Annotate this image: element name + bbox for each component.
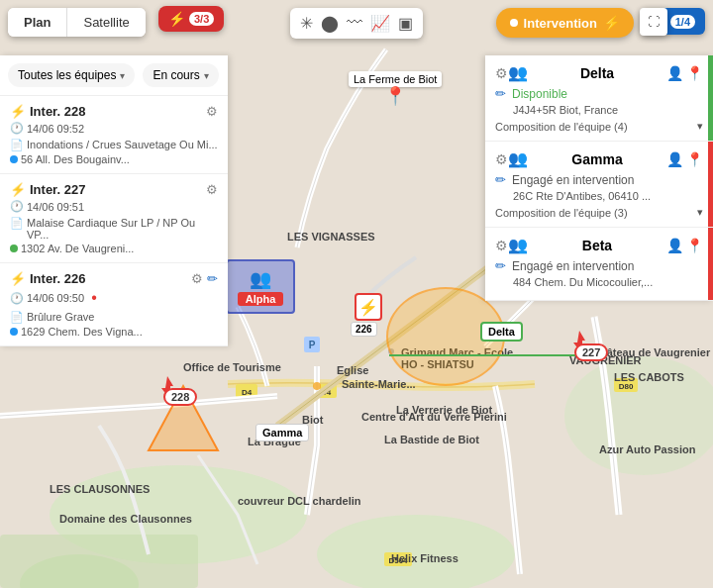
pencil-icon-gamma[interactable]: ✏ xyxy=(495,172,506,187)
team-composition-delta[interactable]: Composition de l'équipe (4) ▾ xyxy=(495,120,703,133)
incident-title-inc-226: Inter. 226 xyxy=(30,271,85,286)
location-icon-beta[interactable]: 📍 xyxy=(686,238,703,253)
svg-point-17 xyxy=(388,348,394,354)
person-add-icon-delta[interactable]: 👤 xyxy=(666,65,683,81)
tool-square[interactable]: ▣ xyxy=(398,14,413,33)
team-color-bar-delta xyxy=(708,55,713,141)
team-color-bar-gamma xyxy=(708,142,713,227)
settings-icon-team-gamma[interactable]: ⚙ xyxy=(495,151,508,167)
location-icon-delta[interactable]: 📍 xyxy=(686,65,703,81)
team-name-gamma: Gamma xyxy=(528,151,666,167)
person-add-icon-gamma[interactable]: 👤 xyxy=(666,151,683,167)
incident-date-inc-228: 14/06 09:52 xyxy=(27,123,84,135)
lightning-icon-inc-228: ⚡ xyxy=(10,104,26,119)
incident-date-inc-227: 14/06 09:51 xyxy=(27,201,84,213)
right-panel: ⚙ 👥 Delta 👤 📍 ✏ Disponible J4J4+5R Biot,… xyxy=(485,55,713,301)
expand-button[interactable]: ⛶ xyxy=(640,8,667,36)
clock-icon-inc-226: 🕐 xyxy=(10,292,24,305)
incident-desc-inc-226: Brûlure Grave xyxy=(27,311,94,323)
settings-icon-inc-227[interactable]: ⚙ xyxy=(206,182,218,197)
incident-addr-inc-227: 1302 Av. De Vaugreni... xyxy=(21,243,134,254)
team-status-gamma: Engagé en intervention xyxy=(512,173,634,187)
map-tools-bar: ✳ ⬤ 〰 📈 ▣ xyxy=(290,8,423,39)
tool-circle[interactable]: ⬤ xyxy=(321,14,339,33)
team-card-gamma: ⚙ 👥 Gamma 👤 📍 ✏ Engagé en intervention 2… xyxy=(485,142,713,228)
incident-addr-inc-228: 56 All. Des Bougainv... xyxy=(21,153,130,165)
team-badge-count: 1/4 xyxy=(670,15,695,29)
team-location-gamma: 26C Rte D'Antibes, 06410 ... xyxy=(513,190,703,202)
teams-container: ⚙ 👥 Delta 👤 📍 ✏ Disponible J4J4+5R Biot,… xyxy=(485,55,713,301)
filter-bar: Toutes les équipes ▾ En cours ▾ xyxy=(0,55,228,96)
team-composition-chevron-gamma: ▾ xyxy=(697,206,703,219)
doc-icon-inc-226: 📄 xyxy=(10,311,24,324)
intervention-button[interactable]: Intervention ⚡ xyxy=(496,8,634,38)
teams-filter-button[interactable]: Toutes les équipes ▾ xyxy=(8,63,135,87)
location-icon-gamma[interactable]: 📍 xyxy=(686,151,703,167)
team-people-icon-gamma: 👥 xyxy=(508,149,528,168)
incident-desc-inc-227: Malaise Cardiaque Sur LP / NP Ou VP... xyxy=(27,217,218,241)
lightning-icon-inc-226: ⚡ xyxy=(10,271,26,286)
team-name-beta: Beta xyxy=(528,238,666,253)
intervention-lightning-icon: ⚡ xyxy=(603,15,620,31)
lightning-icon-inc-227: ⚡ xyxy=(10,182,26,197)
team-location-delta: J4J4+5R Biot, France xyxy=(513,104,703,116)
doc-icon-inc-228: 📄 xyxy=(10,139,24,151)
dot-indicator-inc-226 xyxy=(10,328,18,336)
settings-icon-inc-228[interactable]: ⚙ xyxy=(206,104,218,119)
teams-filter-label: Toutes les équipes xyxy=(18,68,116,82)
person-add-icon-beta[interactable]: 👤 xyxy=(666,238,683,253)
incident-date-inc-226: 14/06 09:50 xyxy=(27,292,84,304)
settings-icon-inc-226[interactable]: ⚙ xyxy=(191,271,203,286)
team-card-delta: ⚙ 👥 Delta 👤 📍 ✏ Disponible J4J4+5R Biot,… xyxy=(485,55,713,142)
edit-icon-inc-226[interactable]: ✏ xyxy=(207,271,218,286)
clock-icon-inc-227: 🕐 xyxy=(10,200,24,213)
intervention-dot xyxy=(510,19,518,27)
map-type-buttons: Plan Satellite xyxy=(8,8,146,37)
doc-icon-inc-227: 📄 xyxy=(10,217,24,230)
satellite-button[interactable]: Satellite xyxy=(66,8,145,37)
incident-card-inc-228[interactable]: ⚡ Inter. 228 ⚙ 🕐 14/06 09:52 📄 Inondatio… xyxy=(0,96,228,174)
clock-icon-inc-228: 🕐 xyxy=(10,122,24,135)
tool-chart[interactable]: 📈 xyxy=(370,14,390,33)
status-filter-chevron: ▾ xyxy=(204,70,209,81)
svg-point-16 xyxy=(313,382,321,390)
incident-card-inc-227[interactable]: ⚡ Inter. 227 ⚙ 🕐 14/06 09:51 📄 Malaise C… xyxy=(0,174,228,263)
team-card-beta: ⚙ 👥 Beta 👤 📍 ✏ Engagé en intervention 48… xyxy=(485,228,713,301)
plan-button[interactable]: Plan xyxy=(8,8,66,37)
lightning-icon: ⚡ xyxy=(168,11,185,27)
lightning-count: 3/3 xyxy=(189,12,214,26)
team-composition-chevron-delta: ▾ xyxy=(697,120,703,133)
team-status-beta: Engagé en intervention xyxy=(512,259,634,273)
incident-title-inc-228: Inter. 228 xyxy=(30,104,85,119)
incidents-container: ⚡ Inter. 228 ⚙ 🕐 14/06 09:52 📄 Inondatio… xyxy=(0,96,228,346)
incident-card-inc-226[interactable]: ⚡ Inter. 226 ⚙ ✏ 🕐 14/06 09:50 • 📄 Brûlu… xyxy=(0,263,228,346)
settings-icon-team-delta[interactable]: ⚙ xyxy=(495,65,508,81)
team-people-icon-beta: 👥 xyxy=(508,236,528,254)
pencil-icon-beta[interactable]: ✏ xyxy=(495,258,506,273)
incident-title-inc-227: Inter. 227 xyxy=(30,182,85,197)
teams-filter-chevron: ▾ xyxy=(120,70,125,81)
intervention-label: Intervention xyxy=(524,16,597,31)
team-color-bar-beta xyxy=(708,228,713,300)
team-composition-label-delta: Composition de l'équipe (4) xyxy=(495,121,628,133)
tool-asterisk[interactable]: ✳ xyxy=(300,14,313,33)
svg-text:D80: D80 xyxy=(619,382,634,391)
tool-wave[interactable]: 〰 xyxy=(347,14,362,33)
incident-desc-inc-228: Inondations / Crues Sauvetage Ou Mi... xyxy=(27,139,218,150)
team-composition-gamma[interactable]: Composition de l'équipe (3) ▾ xyxy=(495,206,703,219)
pencil-icon-delta[interactable]: ✏ xyxy=(495,86,506,101)
team-people-icon-delta: 👥 xyxy=(508,63,528,82)
status-filter-label: En cours xyxy=(153,68,199,82)
dot-indicator-inc-228 xyxy=(10,155,18,163)
settings-icon-team-beta[interactable]: ⚙ xyxy=(495,238,508,253)
status-filter-button[interactable]: En cours ▾ xyxy=(143,63,218,87)
svg-text:P: P xyxy=(309,340,316,350)
team-location-beta: 484 Chem. Du Micocoulier,... xyxy=(513,276,703,288)
team-status-delta: Disponible xyxy=(512,87,567,101)
left-panel: Toutes les équipes ▾ En cours ▾ ⚡ Inter.… xyxy=(0,55,228,346)
svg-text:D504: D504 xyxy=(388,556,408,565)
lightning-badge-button[interactable]: ⚡ 3/3 xyxy=(158,6,224,32)
incident-addr-inc-226: 1629 Chem. Des Vigna... xyxy=(21,326,143,338)
dot-indicator-inc-227 xyxy=(10,245,18,252)
svg-rect-5 xyxy=(0,535,198,588)
